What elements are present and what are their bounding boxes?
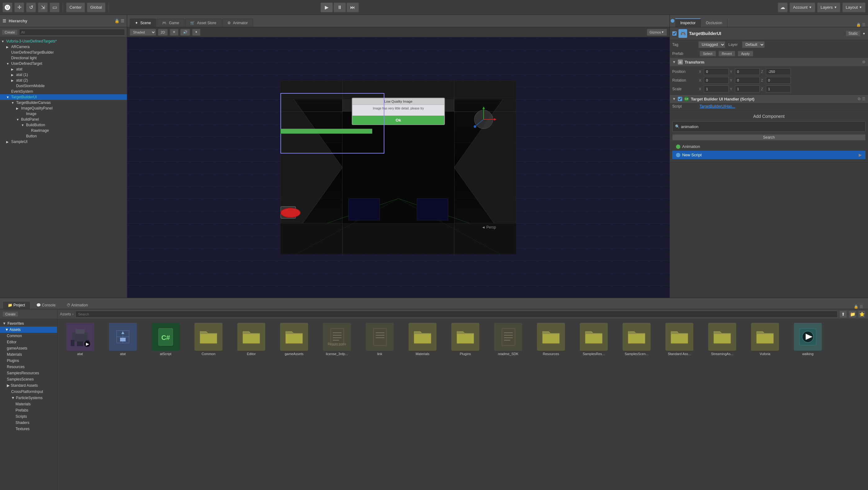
scale-x-input[interactable] bbox=[704, 86, 729, 92]
tab-scene[interactable]: ✦ Scene bbox=[130, 19, 156, 27]
asset-standardassets[interactable]: Standard Ass... bbox=[659, 322, 700, 357]
scale-z-input[interactable] bbox=[766, 86, 791, 92]
bottom-create-btn[interactable]: Create bbox=[2, 312, 18, 317]
hierarchy-item-image[interactable]: Image bbox=[0, 111, 127, 117]
inspector-menu-icon[interactable]: ☰ bbox=[862, 23, 866, 27]
asset-gameassets[interactable]: gameAssets bbox=[274, 322, 314, 357]
gizmos-btn[interactable]: Gizmos ▼ bbox=[647, 29, 667, 36]
play-btn[interactable]: ▶ bbox=[320, 2, 333, 12]
add-component-search-btn[interactable]: Search bbox=[672, 134, 866, 140]
position-x-input[interactable] bbox=[704, 68, 729, 75]
move-tool-btn[interactable]: ✛ bbox=[14, 2, 24, 12]
layout-btn[interactable]: Layout ▼ bbox=[842, 2, 866, 12]
tab-console[interactable]: 💬 Console bbox=[31, 301, 61, 309]
assets-ps-shaders[interactable]: Shaders bbox=[0, 420, 57, 426]
hierarchy-search-input[interactable] bbox=[19, 29, 125, 36]
assets-ps-materials[interactable]: Materials bbox=[0, 401, 57, 407]
favorites-header[interactable]: ▼ Favorites bbox=[0, 320, 57, 327]
layer-select[interactable]: Default bbox=[742, 41, 765, 48]
rotation-z-input[interactable] bbox=[766, 77, 791, 84]
hierarchy-item-button[interactable]: Button bbox=[0, 133, 127, 139]
revert-btn[interactable]: Revert bbox=[718, 51, 735, 57]
rect-tool-btn[interactable]: ▭ bbox=[50, 2, 60, 12]
assets-gameassets[interactable]: gameAssets bbox=[0, 345, 57, 351]
hierarchy-lock-icon[interactable]: 🔒 bbox=[115, 19, 119, 23]
tab-project[interactable]: 📁 Project bbox=[2, 301, 30, 309]
hierarchy-item-udtbuilder[interactable]: UserDefinedTargetBuilder bbox=[0, 50, 127, 55]
scene-root-item[interactable]: ▼ Vuforia-3-UserDefinedTargets* bbox=[0, 38, 127, 44]
hierarchy-item-rawimage[interactable]: RawImage bbox=[0, 128, 127, 133]
transform-settings-icon[interactable]: ⚙ bbox=[862, 60, 866, 64]
assets-ps-scripts[interactable]: Scripts bbox=[0, 414, 57, 420]
asset-link[interactable]: link bbox=[360, 322, 400, 357]
asset-vuforia[interactable]: Vuforia bbox=[745, 322, 785, 357]
rotate-tool-btn[interactable]: ↺ bbox=[26, 2, 36, 12]
audio-btn[interactable]: 🔊 bbox=[180, 29, 190, 36]
rotation-x-input[interactable] bbox=[704, 77, 729, 84]
hierarchy-item-buildbutton[interactable]: ▼ BuildButton bbox=[0, 122, 127, 128]
pause-btn[interactable]: ⏸ bbox=[334, 2, 346, 12]
assets-samplesresources[interactable]: SamplesResources bbox=[0, 370, 57, 376]
asset-license[interactable]: Requre porro license_3rdp... bbox=[317, 322, 357, 357]
position-z-input[interactable] bbox=[766, 68, 791, 75]
global-btn[interactable]: Global bbox=[87, 2, 105, 12]
select-btn[interactable]: Select bbox=[700, 51, 716, 57]
step-btn[interactable]: ⏭ bbox=[346, 2, 359, 12]
asset-materials[interactable]: Materials bbox=[402, 322, 443, 357]
tab-animation[interactable]: ⏱ Animation bbox=[61, 301, 93, 309]
bottom-lock-icon[interactable]: 🔒 bbox=[854, 304, 858, 309]
rotation-y-input[interactable] bbox=[735, 77, 760, 84]
hierarchy-item-duststorm[interactable]: DustStormMobile bbox=[0, 83, 127, 89]
tab-inspector[interactable]: Inspector bbox=[675, 18, 701, 27]
hierarchy-item-buildpanel[interactable]: ▼ BuildPanel bbox=[0, 117, 127, 122]
tag-select[interactable]: Untagged bbox=[698, 41, 725, 48]
assets-up-btn[interactable]: ⬆ bbox=[839, 311, 847, 318]
tab-assetstore[interactable]: 🛒 Asset Store bbox=[185, 19, 221, 27]
assets-samplesscenes[interactable]: SamplesScenes bbox=[0, 376, 57, 382]
assets-standardassets[interactable]: ▶ Standard Assets bbox=[0, 382, 57, 389]
inspector-lock-icon[interactable]: 🔒 bbox=[856, 23, 861, 27]
scale-tool-btn[interactable]: ⇲ bbox=[38, 2, 48, 12]
script-settings-icon[interactable]: ⚙ bbox=[858, 97, 861, 101]
hierarchy-item-dirlight[interactable]: Directional light bbox=[0, 55, 127, 61]
apply-btn[interactable]: Apply bbox=[738, 51, 753, 57]
assets-common[interactable]: Common bbox=[0, 333, 57, 339]
hierarchy-item-sampleui[interactable]: ▶ SampleUI bbox=[0, 139, 127, 144]
asset-samplesscen[interactable]: SamplesScen... bbox=[616, 322, 657, 357]
account-btn[interactable]: Account ▼ bbox=[789, 2, 815, 12]
assets-editor[interactable]: Editor bbox=[0, 339, 57, 345]
new-script-list-item[interactable]: New Script ▶ bbox=[672, 151, 866, 159]
assets-folder-btn[interactable]: 📁 bbox=[849, 311, 856, 318]
lighting-btn[interactable]: ☀ bbox=[170, 29, 178, 36]
scene-view[interactable]: Low Quality Image Image has very little … bbox=[127, 37, 670, 298]
asset-atat-prefab[interactable]: atat bbox=[103, 322, 143, 357]
script-active-checkbox[interactable] bbox=[678, 97, 682, 101]
hierarchy-item-imagequalitypanel[interactable]: ▶ ImageQualityPanel bbox=[0, 105, 127, 111]
hierarchy-item-udt[interactable]: ▼ UserDefinedTarget bbox=[0, 61, 127, 66]
asset-resources[interactable]: Resources bbox=[531, 322, 571, 357]
assets-plugins[interactable]: Plugins bbox=[0, 358, 57, 364]
assets-particlesystems[interactable]: ▼ ParticleSystems bbox=[0, 395, 57, 401]
assets-ps-prefabs[interactable]: Prefabs bbox=[0, 407, 57, 414]
transform-header[interactable]: ▼ ⊕ Transform ⚙ bbox=[670, 58, 868, 66]
script-field-value[interactable]: TargetBuilderUIHan... bbox=[700, 104, 735, 108]
script-more-icon[interactable]: ☰ bbox=[862, 97, 866, 101]
center-btn[interactable]: Center bbox=[66, 2, 85, 12]
assets-crossplatform[interactable]: CrossPlatformInput bbox=[0, 389, 57, 395]
tab-occlusion[interactable]: Occlusion bbox=[701, 19, 727, 27]
position-y-input[interactable] bbox=[735, 68, 760, 75]
bottom-menu-icon[interactable]: ☰ bbox=[860, 304, 863, 309]
asset-common[interactable]: Common bbox=[188, 322, 229, 357]
hierarchy-item-atat2[interactable]: ▶ atat (2) bbox=[0, 77, 127, 83]
hierarchy-item-atat1[interactable]: ▶ atat (1) bbox=[0, 72, 127, 77]
object-active-checkbox[interactable] bbox=[672, 31, 677, 36]
2d-btn[interactable]: 2D bbox=[158, 29, 168, 36]
static-btn[interactable]: Static bbox=[846, 30, 861, 37]
assets-materials[interactable]: Materials bbox=[0, 351, 57, 358]
effects-btn[interactable]: ✦ bbox=[192, 29, 200, 36]
asset-atscript[interactable]: C# atScript bbox=[146, 322, 186, 357]
assets-tree-root[interactable]: ▼ Assets bbox=[0, 327, 57, 333]
asset-walking[interactable]: walking bbox=[788, 322, 828, 357]
script-component-header[interactable]: ▼ C# Target Builder UI Handler (Script) … bbox=[670, 95, 868, 103]
assets-search-input[interactable] bbox=[75, 311, 838, 318]
